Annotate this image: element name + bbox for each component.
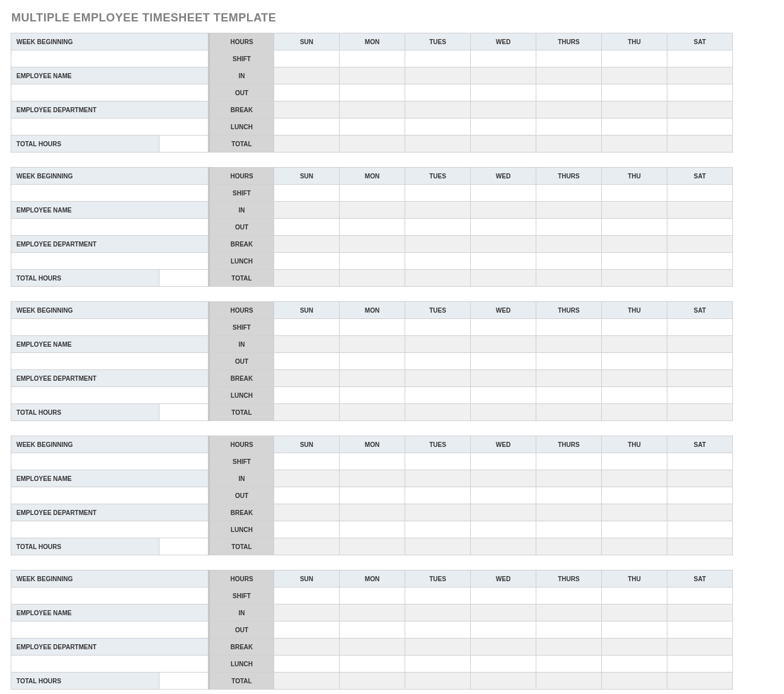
cell-total-sat[interactable] — [667, 269, 733, 287]
cell-out-thu[interactable] — [601, 84, 667, 101]
cell-total-sun[interactable] — [274, 403, 340, 421]
cell-out-thurs[interactable] — [536, 621, 602, 639]
cell-out-tues[interactable] — [405, 84, 471, 101]
cell-break-mon[interactable] — [339, 235, 405, 253]
cell-lunch-sun[interactable] — [274, 386, 340, 404]
cell-in-tues[interactable] — [405, 201, 471, 219]
cell-out-thurs[interactable] — [536, 84, 602, 101]
cell-lunch-tues[interactable] — [405, 521, 471, 538]
cell-break-sun[interactable] — [274, 504, 340, 521]
cell-break-sat[interactable] — [667, 369, 733, 387]
cell-shift-mon[interactable] — [339, 453, 405, 470]
cell-shift-thu[interactable] — [601, 587, 667, 604]
cell-shift-wed[interactable] — [470, 587, 536, 604]
cell-total-thurs[interactable] — [536, 403, 602, 421]
cell-shift-thurs[interactable] — [536, 318, 602, 336]
cell-shift-sat[interactable] — [667, 587, 733, 604]
cell-in-sat[interactable] — [667, 470, 733, 487]
cell-lunch-wed[interactable] — [470, 655, 536, 673]
cell-lunch-sat[interactable] — [667, 655, 733, 673]
cell-total-thurs[interactable] — [536, 135, 602, 153]
field-employee-name[interactable] — [11, 352, 209, 370]
cell-break-mon[interactable] — [339, 101, 405, 119]
cell-total-tues[interactable] — [405, 538, 471, 555]
cell-total-mon[interactable] — [339, 269, 405, 287]
cell-shift-sun[interactable] — [274, 184, 340, 202]
cell-out-thu[interactable] — [601, 621, 667, 639]
cell-in-wed[interactable] — [470, 470, 536, 487]
cell-out-wed[interactable] — [470, 487, 536, 504]
cell-lunch-wed[interactable] — [470, 386, 536, 404]
cell-total-mon[interactable] — [339, 538, 405, 555]
field-employee-department[interactable] — [11, 252, 209, 270]
cell-break-thurs[interactable] — [536, 504, 602, 521]
cell-total-wed[interactable] — [470, 672, 536, 690]
cell-shift-thu[interactable] — [601, 184, 667, 202]
cell-total-thurs[interactable] — [536, 538, 602, 555]
cell-break-tues[interactable] — [405, 235, 471, 253]
cell-lunch-tues[interactable] — [405, 252, 471, 270]
cell-break-sat[interactable] — [667, 504, 733, 521]
cell-out-wed[interactable] — [470, 218, 536, 236]
cell-in-tues[interactable] — [405, 335, 471, 353]
cell-out-mon[interactable] — [339, 84, 405, 101]
cell-shift-sat[interactable] — [667, 184, 733, 202]
cell-break-tues[interactable] — [405, 101, 471, 119]
cell-total-sun[interactable] — [274, 269, 340, 287]
cell-out-tues[interactable] — [405, 621, 471, 639]
cell-in-thu[interactable] — [601, 67, 667, 84]
field-week-beginning[interactable] — [11, 184, 209, 202]
cell-in-wed[interactable] — [470, 335, 536, 353]
cell-lunch-wed[interactable] — [470, 521, 536, 538]
cell-out-tues[interactable] — [405, 487, 471, 504]
cell-lunch-tues[interactable] — [405, 118, 471, 136]
field-week-beginning[interactable] — [11, 453, 209, 470]
cell-in-sat[interactable] — [667, 335, 733, 353]
cell-out-sun[interactable] — [274, 352, 340, 370]
cell-break-mon[interactable] — [339, 369, 405, 387]
cell-break-tues[interactable] — [405, 369, 471, 387]
cell-lunch-sun[interactable] — [274, 118, 340, 136]
cell-out-thurs[interactable] — [536, 352, 602, 370]
cell-total-sat[interactable] — [667, 135, 733, 153]
cell-break-thurs[interactable] — [536, 638, 602, 656]
cell-total-sat[interactable] — [667, 403, 733, 421]
cell-out-wed[interactable] — [470, 621, 536, 639]
field-week-beginning[interactable] — [11, 587, 209, 604]
cell-break-tues[interactable] — [405, 504, 471, 521]
cell-in-wed[interactable] — [470, 604, 536, 622]
cell-break-sun[interactable] — [274, 638, 340, 656]
cell-lunch-sun[interactable] — [274, 655, 340, 673]
cell-in-tues[interactable] — [405, 67, 471, 84]
cell-in-sat[interactable] — [667, 201, 733, 219]
cell-out-sat[interactable] — [667, 84, 733, 101]
cell-out-mon[interactable] — [339, 621, 405, 639]
cell-shift-tues[interactable] — [405, 318, 471, 336]
cell-break-sat[interactable] — [667, 101, 733, 119]
cell-break-wed[interactable] — [470, 504, 536, 521]
cell-in-thu[interactable] — [601, 201, 667, 219]
cell-out-sun[interactable] — [274, 84, 340, 101]
cell-total-tues[interactable] — [405, 135, 471, 153]
cell-lunch-thurs[interactable] — [536, 252, 602, 270]
cell-total-mon[interactable] — [339, 403, 405, 421]
cell-lunch-tues[interactable] — [405, 655, 471, 673]
cell-total-wed[interactable] — [470, 269, 536, 287]
cell-total-mon[interactable] — [339, 672, 405, 690]
cell-break-tues[interactable] — [405, 638, 471, 656]
cell-break-sun[interactable] — [274, 235, 340, 253]
cell-total-sat[interactable] — [667, 538, 733, 555]
cell-in-thu[interactable] — [601, 604, 667, 622]
field-employee-department[interactable] — [11, 118, 209, 136]
cell-lunch-wed[interactable] — [470, 118, 536, 136]
cell-in-mon[interactable] — [339, 470, 405, 487]
cell-shift-wed[interactable] — [470, 184, 536, 202]
cell-shift-tues[interactable] — [405, 453, 471, 470]
cell-total-thurs[interactable] — [536, 269, 602, 287]
cell-shift-mon[interactable] — [339, 50, 405, 67]
cell-lunch-sat[interactable] — [667, 521, 733, 538]
cell-out-mon[interactable] — [339, 487, 405, 504]
cell-shift-sat[interactable] — [667, 453, 733, 470]
cell-shift-wed[interactable] — [470, 50, 536, 67]
cell-break-wed[interactable] — [470, 638, 536, 656]
